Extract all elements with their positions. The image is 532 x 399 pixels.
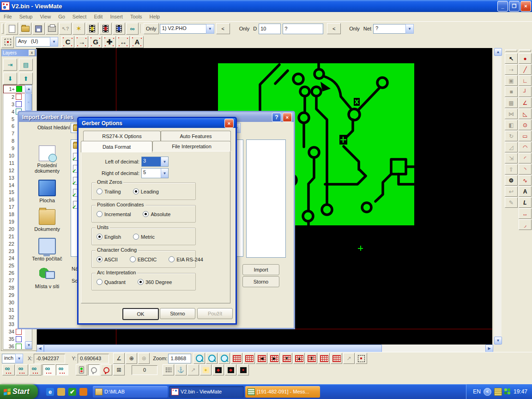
select-span-button[interactable]: ↔: [117, 36, 130, 48]
pan-down-icon[interactable]: ▼: [281, 353, 292, 364]
highlight-traffic-light-icon[interactable]: [76, 364, 87, 375]
view-film-box-icon[interactable]: [231, 353, 242, 364]
radio-option-absolute[interactable]: Absolute: [143, 211, 170, 217]
pan-right-icon[interactable]: ▶: [268, 353, 280, 364]
chevron-down-icon[interactable]: ▼: [15, 354, 23, 363]
toolbar-drag-handle[interactable]: [1, 24, 4, 34]
menu-item-tools[interactable]: Tools: [127, 13, 146, 20]
pan-up-icon[interactable]: ▲: [293, 353, 305, 364]
dcode-input[interactable]: 10: [259, 24, 281, 34]
select-goto-button[interactable]: →: [75, 36, 88, 48]
layer-color-swatch[interactable]: [16, 101, 22, 107]
radio-button[interactable]: [97, 211, 103, 217]
menu-item-file[interactable]: File: [0, 13, 16, 20]
selected-files-list[interactable]: [246, 139, 286, 258]
only-layer-button[interactable]: Only: [144, 23, 159, 34]
net-combobox[interactable]: ? ▼: [373, 24, 414, 34]
zoom-window-icon[interactable]: [193, 353, 205, 364]
draw-label-icon[interactable]: L: [519, 197, 532, 208]
place-network-places[interactable]: Místa v síti: [25, 267, 69, 289]
grid-dots-icon[interactable]: [163, 364, 174, 375]
chevron-down-icon[interactable]: ▼: [161, 169, 168, 178]
chevron-down-icon[interactable]: ▼: [161, 157, 168, 166]
view-glasses-layers-icon[interactable]: [16, 364, 28, 375]
layer-color-swatch[interactable]: [16, 344, 22, 350]
new-file-icon[interactable]: [6, 23, 18, 35]
scroll-down-icon[interactable]: ▼: [494, 337, 502, 345]
view-glasses-all-icon[interactable]: [2, 364, 15, 375]
origin-point-icon[interactable]: ⊕: [126, 353, 137, 364]
radio-button[interactable]: [133, 234, 139, 240]
draw-arc-ccw-icon[interactable]: ◜: [519, 153, 532, 163]
only-dcode-button[interactable]: Only: [237, 24, 252, 34]
grid-small-icon[interactable]: [318, 353, 330, 364]
tray-notes-icon[interactable]: [494, 388, 502, 396]
import-button[interactable]: Import: [242, 264, 279, 275]
toolbar-drag-handle[interactable]: [504, 48, 532, 53]
radio-option-quadrant[interactable]: Quadrant: [97, 279, 126, 285]
zoom-selection-icon[interactable]: [218, 353, 230, 364]
radio-option-eia-rs-244[interactable]: EIA RS-244: [169, 256, 203, 262]
layer-insert-button[interactable]: ⇥: [3, 59, 17, 71]
lamp-probe-icon[interactable]: [101, 364, 112, 375]
flash-highlight-icon[interactable]: ✶: [73, 23, 85, 35]
layers-panel-titlebar[interactable]: Layers x: [1, 49, 36, 56]
pan-left-icon[interactable]: ◀: [256, 353, 267, 364]
explorer-folder-icon[interactable]: [57, 388, 65, 396]
radio-option-metric[interactable]: Metric: [133, 234, 155, 240]
close-icon[interactable]: ×: [224, 119, 234, 128]
open-file-icon[interactable]: [19, 23, 31, 35]
menu-item-help[interactable]: Help: [146, 13, 164, 20]
radio-button[interactable]: [143, 211, 149, 217]
draw-triangle-icon[interactable]: ◺: [519, 109, 532, 119]
angle-measure-icon[interactable]: ∠: [113, 353, 125, 364]
view-glasses-traces-icon[interactable]: [56, 364, 68, 375]
scroll-down-icon[interactable]: ▼: [25, 341, 32, 349]
draw-line-icon[interactable]: ╱: [519, 64, 532, 75]
draw-dimension-icon[interactable]: ↔: [519, 208, 532, 219]
menu-item-view[interactable]: View: [36, 13, 54, 20]
layer-color-swatch[interactable]: [16, 94, 22, 100]
select-area-icon[interactable]: [356, 353, 367, 364]
radio-button[interactable]: [169, 256, 175, 262]
cancel-button[interactable]: Storno: [160, 308, 195, 319]
canvas-vertical-scrollbar[interactable]: ▲ ▼: [494, 48, 502, 345]
hide-icons-icon[interactable]: <: [484, 388, 491, 396]
scrollbar-thumb[interactable]: ≡: [25, 93, 32, 111]
measure-glasses-icon[interactable]: ∞: [126, 23, 139, 35]
menu-item-setup[interactable]: Setup: [16, 13, 36, 20]
layer-move-up-button[interactable]: ⬆: [19, 73, 33, 85]
ok-button[interactable]: OK: [122, 308, 159, 320]
taskbar-item[interactable]: V2.bin - ViewMate: [169, 386, 244, 398]
scroll-left-icon[interactable]: ◀: [36, 345, 44, 352]
radio-button[interactable]: [133, 188, 139, 194]
radio-button[interactable]: [97, 279, 103, 285]
place-desktop[interactable]: Plocha: [25, 180, 69, 203]
settings-gear-icon[interactable]: ⚙: [505, 175, 518, 186]
tab-data-format[interactable]: Data Format: [81, 141, 152, 152]
radio-option-ascii[interactable]: ASCII: [97, 256, 118, 262]
draw-scurve-icon[interactable]: ∿: [519, 175, 532, 186]
print-icon[interactable]: [46, 23, 58, 35]
canvas-horizontal-scrollbar[interactable]: ◀ ▶: [36, 345, 493, 352]
draw-text-icon[interactable]: A: [519, 186, 532, 197]
layer-color-swatch[interactable]: [16, 336, 22, 342]
radio-button[interactable]: [97, 256, 103, 262]
language-indicator[interactable]: EN: [473, 388, 481, 395]
minimize-button[interactable]: _: [497, 1, 508, 12]
menu-item-edit[interactable]: Edit: [90, 13, 106, 20]
chevron-down-icon[interactable]: ▼: [206, 24, 214, 34]
radio-button[interactable]: [138, 279, 144, 285]
draw-bend-icon[interactable]: ┘: [519, 86, 532, 97]
film-colors-icon[interactable]: [113, 23, 125, 35]
chevron-down-icon[interactable]: ▼: [405, 24, 414, 34]
draw-rectangle-icon[interactable]: ▭: [519, 131, 532, 141]
start-button[interactable]: Start: [0, 384, 38, 399]
radio-button[interactable]: [130, 256, 136, 262]
tab-file-interpretation[interactable]: File Interpretation: [152, 141, 231, 151]
radio-option-trailing[interactable]: Trailing: [97, 188, 121, 194]
radio-option-360-degree[interactable]: 360 Degree: [138, 279, 172, 285]
draw-circle-icon[interactable]: ⊙: [519, 120, 532, 130]
previous-layer-button[interactable]: <: [216, 23, 230, 34]
select-text-button[interactable]: A: [131, 36, 144, 48]
